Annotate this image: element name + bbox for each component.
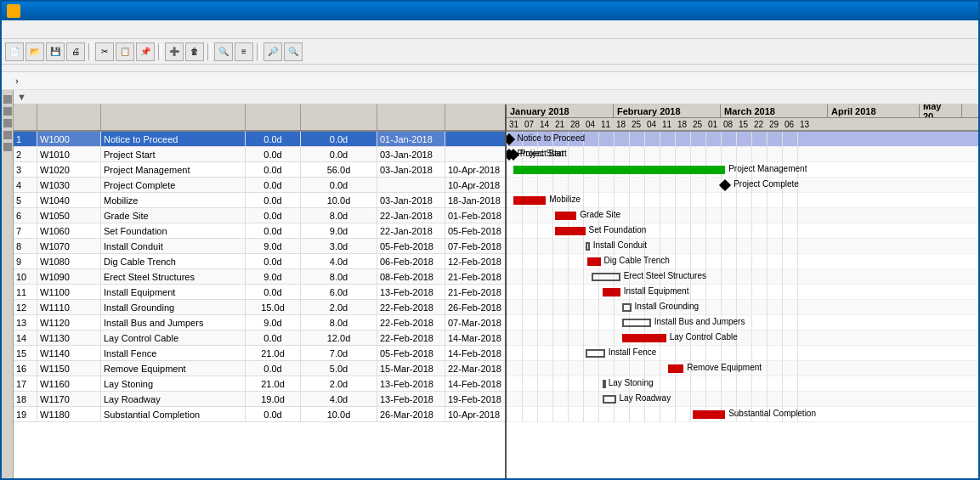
cell-duration: 8.0d: [301, 208, 377, 223]
gantt-row: Remove Equipment: [507, 361, 978, 376]
table-row[interactable]: 5 W1040 Mobilize 0.0d 10.0d 03-Jan-2018 …: [14, 193, 505, 208]
menu-file[interactable]: [5, 28, 19, 31]
menu-view[interactable]: [32, 28, 46, 31]
table-row[interactable]: 3 W1020 Project Management 0.0d 56.0d 03…: [14, 162, 505, 178]
cell-start: 22-Feb-2018: [377, 315, 445, 330]
table-row[interactable]: 6 W1050 Grade Site 0.0d 8.0d 22-Jan-2018…: [14, 208, 505, 223]
table-gantt: 1 W1000 Notice to Proceed 0.0d 0.0d 01-J…: [14, 104, 978, 478]
cell-num: 19: [14, 407, 37, 421]
cell-finish: 18-Jan-2018: [445, 193, 505, 207]
toolbar-new[interactable]: 📄: [5, 42, 24, 61]
table-row[interactable]: 18 W1170 Lay Roadway 19.0d 4.0d 13-Feb-2…: [14, 392, 505, 407]
cell-num: 5: [14, 193, 37, 207]
menu-admin[interactable]: [87, 28, 100, 31]
gantt-row: Project Complete: [507, 178, 978, 193]
cell-finish: 14-Feb-2018: [445, 376, 505, 391]
main-content: › ▼: [2, 65, 978, 478]
cell-finish: 10-Apr-2018: [445, 178, 505, 192]
toolbar-columns[interactable]: ≡: [235, 42, 253, 61]
table-row[interactable]: 1 W1000 Notice to Proceed 0.0d 0.0d 01-J…: [14, 132, 505, 147]
table-row[interactable]: 13 W1120 Install Bus and Jumpers 9.0d 8.…: [14, 315, 505, 330]
cell-duration: 0.0d: [301, 178, 377, 192]
toolbar-open[interactable]: 📂: [25, 42, 44, 61]
cell-num: 8: [14, 239, 37, 253]
cell-num: 18: [14, 392, 37, 406]
cell-id: W1020: [37, 162, 101, 177]
toolbar-delete[interactable]: 🗑: [185, 42, 204, 61]
gantt-month-mar: March 2018: [721, 104, 828, 117]
gantt-bar-label: Notice to Proceed: [518, 133, 586, 143]
gantt-row: Install Grounding: [507, 300, 978, 315]
gantt-bar: [587, 257, 600, 266]
nav-icon-2[interactable]: [3, 107, 12, 116]
toolbar-add[interactable]: ➕: [165, 42, 184, 61]
cell-name: Install Equipment: [101, 285, 246, 299]
toolbar-sep1: [88, 43, 92, 60]
cell-name: Project Management: [101, 162, 246, 177]
col-header-start: [377, 104, 445, 130]
table-row[interactable]: 8 W1070 Install Conduit 9.0d 3.0d 05-Feb…: [14, 239, 505, 254]
cell-id: W1120: [37, 315, 101, 330]
table-row[interactable]: 17 W1160 Lay Stoning 21.0d 2.0d 13-Feb-2…: [14, 376, 505, 392]
gantt-bar: [622, 319, 650, 327]
cell-float: 0.0d: [246, 254, 301, 268]
day-31: 31: [507, 118, 522, 130]
table-row[interactable]: 11 W1100 Install Equipment 0.0d 6.0d 13-…: [14, 285, 505, 300]
cell-start: 03-Jan-2018: [377, 162, 445, 177]
cell-start: 03-Jan-2018: [377, 193, 445, 207]
nav-icon-4[interactable]: [3, 131, 12, 139]
toolbar-zoom-in[interactable]: 🔎: [263, 42, 282, 61]
col-header-duration: [301, 104, 377, 130]
breadcrumb: ›: [2, 72, 978, 90]
gantt-bar: [592, 273, 620, 281]
table-row[interactable]: 12 W1110 Install Grounding 15.0d 2.0d 22…: [14, 300, 505, 315]
nav-icon-5[interactable]: [3, 143, 12, 151]
table-row[interactable]: 15 W1140 Install Fence 21.0d 7.0d 05-Feb…: [14, 346, 505, 361]
cell-start: 03-Jan-2018: [377, 147, 445, 161]
toolbar-zoom-out[interactable]: 🔍: [284, 42, 303, 61]
menu-enterprise[interactable]: [59, 28, 73, 31]
table-row[interactable]: 16 W1150 Remove Equipment 0.0d 5.0d 15-M…: [14, 361, 505, 376]
gantt-bar-label: Grade Site: [580, 210, 620, 219]
menu-project[interactable]: [46, 28, 59, 31]
main-panel: ▼: [14, 90, 978, 478]
menu-edit[interactable]: [19, 28, 32, 31]
nav-icon-1[interactable]: [3, 95, 12, 104]
toolbar-print[interactable]: 🖨: [66, 42, 85, 61]
table-body: 1 W1000 Notice to Proceed 0.0d 0.0d 01-J…: [14, 132, 505, 451]
gantt-bar: [555, 227, 586, 235]
table-row[interactable]: 19 W1180 Substantial Completion 0.0d 10.…: [14, 407, 505, 422]
gantt-bar-label: Install Conduit: [593, 240, 647, 250]
toolbar-save[interactable]: 💾: [46, 42, 65, 61]
gantt-bar-label: Install Fence: [609, 347, 657, 357]
table-row[interactable]: 14 W1130 Lay Control Cable 0.0d 12.0d 22…: [14, 330, 505, 346]
table-row[interactable]: 10 W1090 Erect Steel Structures 9.0d 8.0…: [14, 269, 505, 285]
menu-tools[interactable]: [73, 28, 87, 31]
table-row[interactable]: 7 W1060 Set Foundation 0.0d 9.0d 22-Jan-…: [14, 223, 505, 239]
cell-duration: 0.0d: [301, 147, 377, 161]
gantt-row: Notice to Proceed: [507, 132, 978, 147]
gantt-bar: [693, 410, 726, 419]
cell-start: 26-Mar-2018: [377, 407, 445, 421]
table-row[interactable]: 9 W1080 Dig Cable Trench 0.0d 4.0d 06-Fe…: [14, 254, 505, 269]
cell-duration: 2.0d: [301, 300, 377, 314]
col-header-id: [37, 104, 101, 130]
cell-num: 3: [14, 162, 37, 177]
cell-float: 0.0d: [246, 330, 301, 345]
toolbar-filter[interactable]: 🔍: [214, 42, 233, 61]
cell-float: 0.0d: [246, 361, 301, 376]
nav-icon-3[interactable]: [3, 119, 12, 127]
day-07: 07: [522, 118, 537, 130]
gantt-days: 31 07 14 21 28 04 11 18 25 04 11: [507, 118, 978, 130]
gantt-row: Install Bus and Jumpers: [507, 315, 978, 330]
gantt-label-project-start: Project Start: [520, 149, 567, 158]
cell-float: 9.0d: [246, 315, 301, 330]
toolbar-copy[interactable]: 📋: [116, 42, 134, 61]
cell-id: W1080: [37, 254, 101, 268]
toolbar-paste[interactable]: 📌: [136, 42, 155, 61]
gantt-bar-label: Erect Steel Structures: [624, 271, 706, 280]
table-row[interactable]: 4 W1030 Project Complete 0.0d 0.0d 10-Ap…: [14, 178, 505, 193]
menu-help[interactable]: [100, 28, 114, 31]
toolbar-cut[interactable]: ✂: [95, 42, 114, 61]
table-row[interactable]: 2 W1010 Project Start 0.0d 0.0d 03-Jan-2…: [14, 147, 505, 162]
